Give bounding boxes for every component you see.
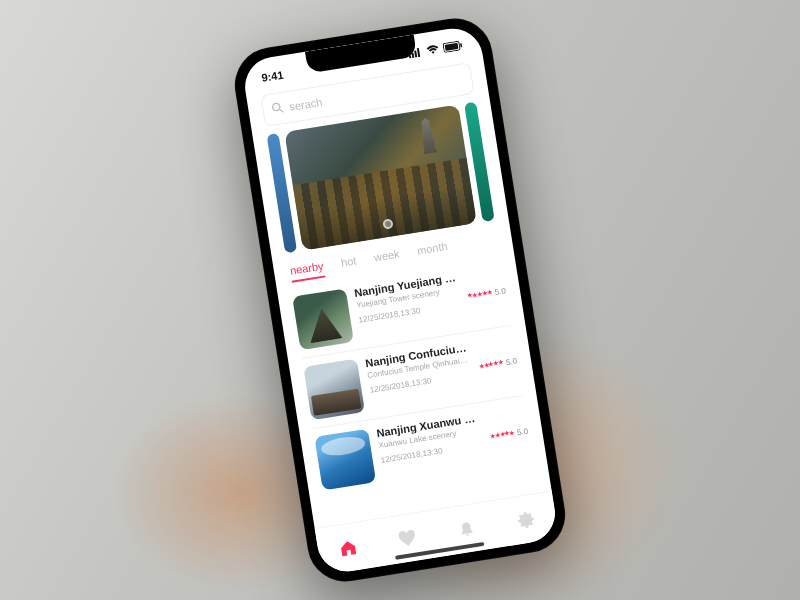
tab-week[interactable]: week bbox=[373, 248, 401, 270]
svg-point-7 bbox=[272, 103, 280, 111]
phone-frame: 9:41 bbox=[229, 13, 570, 587]
search-icon bbox=[270, 99, 285, 119]
rating-value: 5.0 bbox=[494, 286, 506, 297]
item-rating: ★★★★★ 5.0 bbox=[489, 426, 529, 441]
nav-favorites[interactable] bbox=[396, 527, 419, 550]
item-info: Nanjing Confucius Temple Confucius Templ… bbox=[365, 341, 475, 410]
svg-line-8 bbox=[280, 109, 283, 112]
status-time: 9:41 bbox=[261, 69, 285, 84]
star-icon: ★★★★★ bbox=[489, 429, 515, 441]
item-info: Nanjing Xuanwu Lake Xuanwu Lake scenery … bbox=[376, 411, 486, 480]
main-content: nearby hot week month Nanjing Yuejiang T… bbox=[246, 56, 552, 528]
battery-icon bbox=[442, 40, 464, 55]
item-rating: ★★★★★ 5.0 bbox=[478, 356, 518, 371]
item-thumbnail bbox=[292, 288, 354, 350]
svg-rect-5 bbox=[445, 43, 459, 51]
status-indicators bbox=[408, 40, 464, 60]
wifi-icon bbox=[426, 44, 441, 58]
rating-value: 5.0 bbox=[505, 356, 517, 367]
rating-value: 5.0 bbox=[516, 426, 528, 437]
item-thumbnail bbox=[303, 359, 365, 421]
hero-pagoda-graphic bbox=[418, 117, 438, 159]
nav-home[interactable] bbox=[337, 536, 360, 559]
svg-rect-6 bbox=[460, 43, 462, 47]
nav-settings[interactable] bbox=[514, 508, 537, 531]
hero-carousel[interactable] bbox=[267, 102, 495, 254]
svg-rect-2 bbox=[414, 50, 417, 57]
hero-image[interactable] bbox=[284, 104, 477, 250]
tab-nearby[interactable]: nearby bbox=[289, 260, 325, 283]
item-info: Nanjing Yuejiang Tower Yuejiang Tower sc… bbox=[353, 271, 463, 340]
item-thumbnail bbox=[314, 429, 376, 491]
svg-rect-3 bbox=[417, 48, 420, 57]
tab-hot[interactable]: hot bbox=[340, 254, 358, 274]
nav-notifications[interactable] bbox=[455, 517, 478, 540]
screen: 9:41 bbox=[241, 24, 559, 575]
star-icon: ★★★★★ bbox=[467, 289, 493, 301]
results-list: Nanjing Yuejiang Tower Yuejiang Tower sc… bbox=[291, 256, 534, 499]
tab-month[interactable]: month bbox=[416, 240, 449, 263]
item-rating: ★★★★★ 5.0 bbox=[466, 286, 506, 301]
star-icon: ★★★★★ bbox=[478, 359, 504, 371]
